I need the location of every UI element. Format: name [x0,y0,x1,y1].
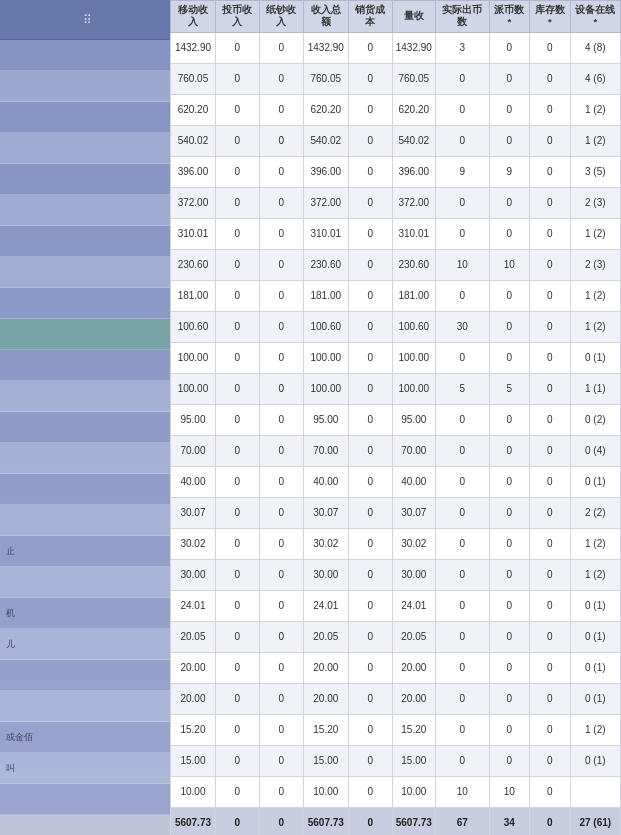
cell-devices_online: 0 (4) [570,435,620,466]
cell-coin_income: 0 [215,652,259,683]
sidebar-row[interactable] [0,319,170,350]
cell-actual_coins: 0 [435,528,489,559]
cell-dispatch_coins: 9 [489,156,530,187]
sidebar-row[interactable]: 或金佰 [0,722,170,753]
cell-total_income: 15.00 [303,745,348,776]
cell-cash_income: 0 [259,280,303,311]
cell-sales: 95.00 [392,404,435,435]
cell-sales_cost: 0 [348,32,392,63]
cell-mobile_income: 181.00 [171,280,216,311]
table-row: 30.070030.07030.070002 (2) [171,497,621,528]
sidebar-row[interactable] [0,412,170,443]
col-header-devices_online: 设备在线 * [570,1,620,33]
cell-total_income: 310.01 [303,218,348,249]
cell-coin_income: 0 [215,311,259,342]
sidebar-row[interactable] [0,71,170,102]
cell-total_income: 20.00 [303,652,348,683]
cell-devices_online: 0 (1) [570,342,620,373]
sidebar-row[interactable] [0,102,170,133]
cell-cash_income: 0 [259,652,303,683]
cell-sales_cost: 0 [348,652,392,683]
sidebar-row[interactable]: 机 [0,598,170,629]
cell-coin_income: 0 [215,218,259,249]
sidebar-row-text: 或金佰 [6,731,33,744]
sidebar-row[interactable] [0,784,170,815]
cell-sales: 760.05 [392,63,435,94]
sidebar-row[interactable] [0,660,170,691]
table-row: 100.0000100.000100.005501 (1) [171,373,621,404]
cell-dispatch_coins: 0 [489,32,530,63]
table-row: 372.0000372.000372.000002 (3) [171,187,621,218]
sidebar-row[interactable] [0,40,170,71]
cell-sales_cost: 0 [348,776,392,807]
cell-actual_coins: 9 [435,156,489,187]
cell-sales_cost: 0 [348,311,392,342]
cell-cash_income: 0 [259,218,303,249]
cell-mobile_income: 70.00 [171,435,216,466]
sidebar-row[interactable] [0,350,170,381]
cell-total_income: 70.00 [303,435,348,466]
cell-dispatch_coins: 0 [489,714,530,745]
sidebar-row[interactable] [0,474,170,505]
cell-dispatch_coins: 0 [489,311,530,342]
cell-actual_coins: 0 [435,187,489,218]
sidebar-row[interactable] [0,164,170,195]
cell-mobile_income: 20.00 [171,683,216,714]
cell-actual_coins: 5 [435,373,489,404]
cell-sales_cost: 0 [348,621,392,652]
cell-dispatch_coins: 0 [489,683,530,714]
cell-dispatch_coins: 5 [489,373,530,404]
cell-devices_online: 0 (1) [570,590,620,621]
sidebar-row[interactable]: 叫 [0,753,170,784]
cell-inventory: 0 [530,156,570,187]
cell-coin_income: 0 [215,187,259,218]
table-row: 30.000030.00030.000001 (2) [171,559,621,590]
sidebar-row[interactable] [0,226,170,257]
cell-total_income: 30.07 [303,497,348,528]
sidebar-row[interactable] [0,381,170,412]
sidebar-footer-row [0,815,170,835]
cell-total_income: 20.00 [303,683,348,714]
cell-devices_online: 1 (2) [570,218,620,249]
cell-mobile_income: 30.00 [171,559,216,590]
cell-dispatch_coins: 0 [489,466,530,497]
sidebar-row[interactable] [0,288,170,319]
cell-inventory: 0 [530,311,570,342]
cell-inventory: 0 [530,125,570,156]
table-row: 760.0500760.050760.050004 (6) [171,63,621,94]
cell-devices_online: 0 (1) [570,621,620,652]
cell-cash_income: 0 [259,373,303,404]
table-row: 1432.90001432.9001432.903004 (8) [171,32,621,63]
cell-mobile_income: 1432.90 [171,32,216,63]
table-row: 20.000020.00020.000000 (1) [171,652,621,683]
cell-total_income: 620.20 [303,94,348,125]
cell-sales: 30.02 [392,528,435,559]
cell-dispatch_coins: 10 [489,776,530,807]
sidebar-row[interactable] [0,691,170,722]
cell-mobile_income: 20.05 [171,621,216,652]
cell-sales: 100.00 [392,342,435,373]
cell-cash_income: 0 [259,776,303,807]
cell-actual_coins: 10 [435,776,489,807]
table-row: 24.010024.01024.010000 (1) [171,590,621,621]
cell-devices_online: 1 (2) [570,559,620,590]
cell-mobile_income: 15.00 [171,745,216,776]
cell-sales_cost: 0 [348,280,392,311]
cell-cash_income: 0 [259,559,303,590]
cell-actual_coins: 0 [435,652,489,683]
sidebar-row[interactable] [0,257,170,288]
cell-actual_coins: 0 [435,745,489,776]
sidebar-row[interactable] [0,443,170,474]
cell-sales: 30.00 [392,559,435,590]
sidebar-row[interactable] [0,567,170,598]
sidebar-row[interactable]: 止 [0,536,170,567]
sidebar-row[interactable] [0,195,170,226]
cell-actual_coins: 0 [435,435,489,466]
sidebar-row[interactable]: 儿 [0,629,170,660]
cell-dispatch_coins: 0 [489,621,530,652]
cell-inventory: 0 [530,435,570,466]
sidebar-row[interactable] [0,133,170,164]
sidebar-row[interactable] [0,505,170,536]
cell-dispatch_coins: 0 [489,342,530,373]
cell-mobile_income: 95.00 [171,404,216,435]
